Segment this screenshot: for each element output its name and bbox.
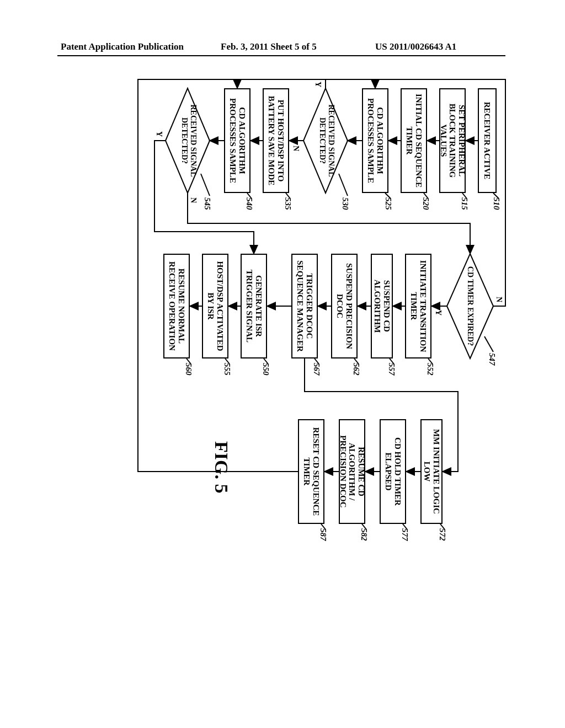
edge-545-y: Y xyxy=(155,131,163,137)
edge-530-y: Y xyxy=(314,82,322,87)
edge-545-n: N xyxy=(189,197,198,203)
header-right: US 2011/0026643 A1 xyxy=(375,41,456,52)
edge-530-n: N xyxy=(292,146,300,151)
svg-text:DETECTED?: DETECTED? xyxy=(318,117,327,164)
edge-547-n: N xyxy=(495,297,503,302)
header-mid: Feb. 3, 2011 Sheet 5 of 5 xyxy=(221,41,317,52)
header-rule xyxy=(57,55,505,56)
svg-text:CD TIMER EXPIRED?: CD TIMER EXPIRED? xyxy=(466,266,475,346)
flowchart-stage: RECEIVER ACTIVE 510 SET PERIPHERAL BLOCK… xyxy=(0,77,513,535)
header-left: Patent Application Publication xyxy=(61,41,184,52)
svg-text:RECEIVED SIGNAL: RECEIVED SIGNAL xyxy=(189,104,198,176)
svg-text:RECEIVED SIGNAL: RECEIVED SIGNAL xyxy=(327,104,335,176)
flow-connectors: RECEIVED SIGNAL DETECTED? RECEIVED SIGNA… xyxy=(55,77,513,662)
svg-text:DETECTED?: DETECTED? xyxy=(180,117,189,164)
edge-547-y: Y xyxy=(434,310,443,315)
